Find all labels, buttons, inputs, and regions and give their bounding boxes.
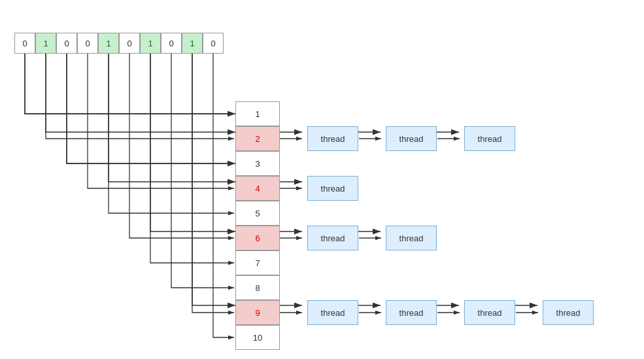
thread-box: thread	[386, 126, 437, 151]
bit-cell-3: 0	[77, 33, 98, 54]
thread-box: thread	[307, 300, 358, 325]
pq-row-8: 8	[235, 275, 280, 300]
bit-cell-2: 0	[56, 33, 77, 54]
thread-box: thread	[386, 300, 437, 325]
pq-row-1: 1	[235, 101, 280, 126]
pq-row-10: 10	[235, 325, 280, 350]
pq-row-5: 5	[235, 201, 280, 226]
thread-box: thread	[307, 126, 358, 151]
thread-box: thread	[307, 226, 358, 250]
bit-cell-8: 1	[182, 33, 203, 54]
pq-row-4: 4	[235, 176, 280, 201]
thread-box: thread	[307, 176, 358, 201]
bit-cell-9: 0	[203, 33, 224, 54]
thread-box: thread	[386, 226, 437, 250]
pq-container: 12345678910	[235, 101, 280, 350]
bit-cell-4: 1	[98, 33, 119, 54]
bit-cell-5: 0	[119, 33, 140, 54]
bit-cell-6: 1	[140, 33, 161, 54]
diagram: 0100101010 12345678910 thread thread thr…	[0, 0, 644, 359]
pq-row-9: 9	[235, 300, 280, 325]
pq-row-2: 2	[235, 126, 280, 151]
thread-box: thread	[464, 300, 515, 325]
bit-cell-1: 1	[35, 33, 56, 54]
bit-cell-7: 0	[161, 33, 182, 54]
thread-box: thread	[543, 300, 594, 325]
pq-row-6: 6	[235, 226, 280, 250]
thread-box: thread	[464, 126, 515, 151]
bit-cell-0: 0	[14, 33, 35, 54]
bitmap-row: 0100101010	[14, 33, 224, 54]
pq-row-3: 3	[235, 151, 280, 176]
pq-row-7: 7	[235, 250, 280, 275]
